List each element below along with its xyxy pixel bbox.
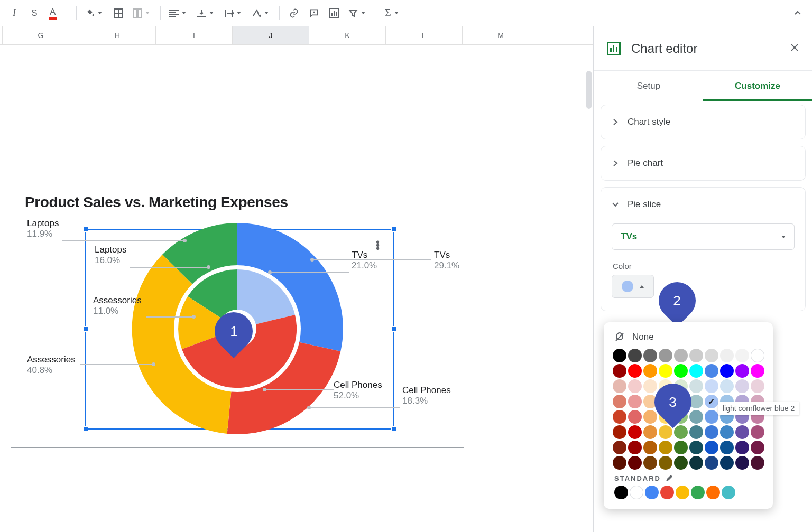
- color-swatch[interactable]: [751, 379, 764, 393]
- color-swatch[interactable]: [705, 456, 718, 470]
- color-swatch[interactable]: [689, 425, 703, 439]
- spreadsheet-area[interactable]: G H I J K L M Product Sales vs. Marketin…: [0, 26, 594, 532]
- create-filter-button[interactable]: [345, 4, 371, 22]
- color-none-option[interactable]: None: [611, 330, 765, 349]
- color-swatch[interactable]: [613, 425, 626, 439]
- color-swatch[interactable]: [659, 425, 672, 439]
- section-chart-style[interactable]: Chart style: [601, 105, 806, 139]
- color-swatch[interactable]: [659, 441, 672, 454]
- color-swatch[interactable]: [735, 441, 749, 454]
- section-pie-chart[interactable]: Pie chart: [601, 146, 806, 181]
- color-swatch[interactable]: [722, 486, 735, 499]
- color-swatch[interactable]: [751, 349, 764, 362]
- color-swatch[interactable]: [689, 456, 703, 470]
- color-swatch[interactable]: [630, 486, 643, 499]
- color-swatch[interactable]: [676, 486, 689, 499]
- color-swatch[interactable]: [613, 441, 626, 454]
- section-pie-slice[interactable]: Pie slice TVs Color: [601, 187, 806, 311]
- color-swatch[interactable]: [705, 441, 718, 454]
- collapse-toolbar-button[interactable]: [789, 4, 807, 22]
- close-sidebar-button[interactable]: [790, 42, 799, 55]
- strikethrough-button[interactable]: S: [25, 4, 43, 22]
- color-swatch[interactable]: [628, 349, 642, 362]
- merge-cells-button[interactable]: [130, 4, 155, 22]
- color-swatch[interactable]: [643, 441, 657, 454]
- resize-handle-ne[interactable]: [391, 227, 396, 232]
- tab-setup[interactable]: Setup: [594, 71, 703, 101]
- color-swatch[interactable]: [614, 486, 628, 499]
- color-swatch[interactable]: [720, 441, 734, 454]
- col-header-g[interactable]: G: [3, 26, 79, 44]
- color-swatch[interactable]: [628, 395, 642, 408]
- resize-handle-nw[interactable]: [83, 227, 88, 232]
- borders-button[interactable]: [109, 4, 127, 22]
- color-swatch[interactable]: [659, 456, 672, 470]
- color-swatch[interactable]: [643, 364, 657, 378]
- color-swatch[interactable]: [705, 379, 718, 393]
- color-swatch[interactable]: [735, 364, 749, 378]
- italic-button[interactable]: I: [5, 4, 23, 22]
- color-swatch[interactable]: [720, 364, 734, 378]
- horizontal-align-button[interactable]: [166, 4, 191, 22]
- chart-options-menu[interactable]: •••: [376, 240, 380, 250]
- color-swatch[interactable]: [751, 456, 764, 470]
- color-swatch[interactable]: [628, 425, 642, 439]
- resize-handle-e[interactable]: [391, 326, 396, 332]
- insert-link-button[interactable]: [285, 4, 303, 22]
- color-swatch[interactable]: [628, 456, 642, 470]
- resize-handle-se[interactable]: [391, 426, 396, 432]
- insert-comment-button[interactable]: [305, 4, 323, 22]
- color-swatch[interactable]: [643, 349, 657, 362]
- text-color-button[interactable]: A: [45, 4, 71, 22]
- color-swatch[interactable]: [628, 364, 642, 378]
- color-swatch[interactable]: [674, 364, 688, 378]
- color-swatch[interactable]: [735, 425, 749, 439]
- embedded-chart[interactable]: Product Sales vs. Marketing Expenses •••: [11, 180, 464, 448]
- color-swatch[interactable]: [674, 349, 688, 362]
- color-swatch[interactable]: [689, 441, 703, 454]
- color-swatch[interactable]: [628, 410, 642, 424]
- color-swatch[interactable]: [706, 486, 720, 499]
- color-swatch[interactable]: [643, 425, 657, 439]
- color-swatch[interactable]: [628, 441, 642, 454]
- insert-chart-button[interactable]: [325, 4, 343, 22]
- slice-select[interactable]: TVs: [612, 223, 795, 250]
- resize-handle-w[interactable]: [83, 326, 88, 332]
- col-header-k[interactable]: K: [309, 26, 386, 44]
- color-swatch[interactable]: [751, 441, 764, 454]
- functions-button[interactable]: Σ: [382, 4, 407, 22]
- color-swatch[interactable]: [613, 410, 626, 424]
- color-swatch[interactable]: [613, 364, 626, 378]
- color-swatch[interactable]: [751, 425, 764, 439]
- col-header-l[interactable]: L: [386, 26, 463, 44]
- color-swatch[interactable]: [659, 349, 672, 362]
- col-header-m[interactable]: M: [463, 26, 539, 44]
- vertical-scrollbar-thumb[interactable]: [586, 71, 592, 109]
- color-swatch[interactable]: [674, 456, 688, 470]
- color-swatch[interactable]: [645, 486, 659, 499]
- color-swatch[interactable]: [613, 456, 626, 470]
- color-swatch[interactable]: [613, 379, 626, 393]
- col-header-h[interactable]: H: [79, 26, 156, 44]
- col-header-j[interactable]: J: [233, 26, 309, 44]
- color-swatch[interactable]: [735, 379, 749, 393]
- color-swatch[interactable]: [659, 364, 672, 378]
- vertical-align-button[interactable]: [193, 4, 219, 22]
- color-swatch[interactable]: [613, 349, 626, 362]
- resize-handle-sw[interactable]: [83, 426, 88, 432]
- color-swatch[interactable]: [705, 410, 718, 424]
- color-swatch[interactable]: [735, 349, 749, 362]
- color-swatch[interactable]: [720, 425, 734, 439]
- color-swatch[interactable]: [705, 349, 718, 362]
- color-swatch[interactable]: ✓: [705, 395, 718, 408]
- color-swatch[interactable]: [674, 425, 688, 439]
- color-swatch[interactable]: [720, 349, 734, 362]
- color-swatch[interactable]: [720, 456, 734, 470]
- color-swatch[interactable]: [643, 456, 657, 470]
- pencil-icon[interactable]: [665, 474, 673, 482]
- color-swatch[interactable]: [628, 379, 642, 393]
- color-swatch[interactable]: [751, 364, 764, 378]
- color-swatch[interactable]: [689, 349, 703, 362]
- color-swatch[interactable]: [689, 364, 703, 378]
- color-swatch[interactable]: [705, 425, 718, 439]
